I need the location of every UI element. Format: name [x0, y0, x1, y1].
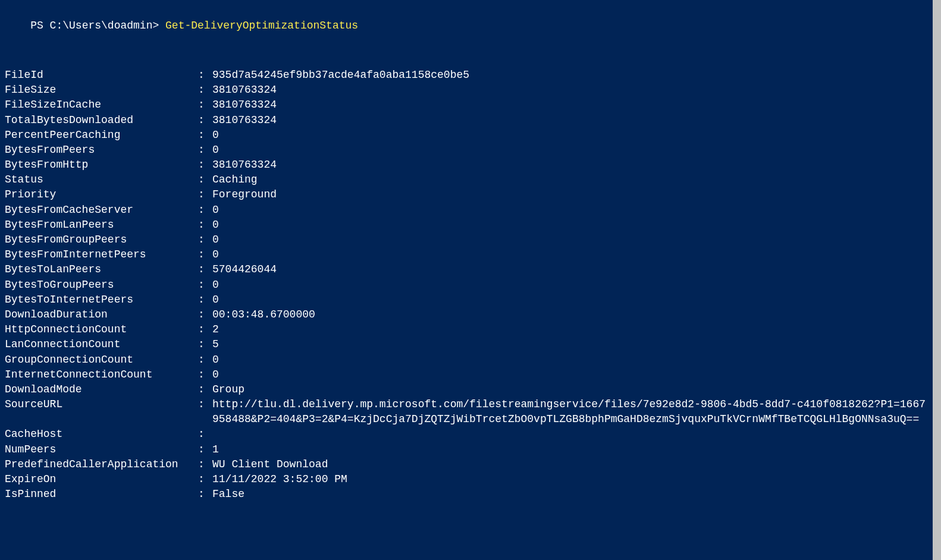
- result-value: 5: [212, 337, 926, 352]
- result-row: BytesFromGroupPeers: 0: [5, 232, 926, 247]
- result-separator: :: [198, 218, 212, 232]
- result-separator: :: [198, 457, 212, 472]
- result-value: 2: [212, 322, 926, 337]
- result-key: PredefinedCallerApplication: [5, 457, 198, 472]
- result-separator: :: [198, 68, 212, 83]
- result-key: FileSizeInCache: [5, 97, 198, 112]
- result-value: Group: [212, 382, 926, 397]
- result-separator: :: [198, 97, 212, 112]
- result-value: 0: [212, 128, 926, 143]
- result-value: Caching: [212, 172, 926, 187]
- result-separator: :: [198, 278, 212, 292]
- result-separator: :: [198, 143, 212, 158]
- result-row: FileId: 935d7a54245ef9bb37acde4afa0aba11…: [5, 68, 926, 83]
- result-value: 3810763324: [212, 158, 926, 172]
- result-value: 0: [212, 247, 926, 262]
- result-value: Foreground: [212, 187, 926, 202]
- result-key: LanConnectionCount: [5, 337, 198, 352]
- result-key: DownloadDuration: [5, 307, 198, 322]
- result-value: 3810763324: [212, 97, 926, 112]
- result-value: 0: [212, 232, 926, 247]
- result-key: BytesToGroupPeers: [5, 278, 198, 292]
- result-key: IsPinned: [5, 487, 198, 502]
- result-separator: :: [198, 172, 212, 187]
- result-separator: :: [198, 262, 212, 277]
- result-row: BytesFromHttp: 3810763324: [5, 158, 926, 172]
- result-value: WU Client Download: [212, 457, 926, 472]
- result-separator: :: [198, 128, 212, 143]
- result-row: BytesToLanPeers: 5704426044: [5, 262, 926, 277]
- result-value: 0: [212, 218, 926, 232]
- result-separator: :: [198, 203, 212, 218]
- result-key: BytesFromLanPeers: [5, 218, 198, 232]
- result-value: 11/11/2022 3:52:00 PM: [212, 472, 926, 487]
- result-row: BytesFromLanPeers: 0: [5, 218, 926, 232]
- result-separator: :: [198, 367, 212, 382]
- result-key: BytesFromCacheServer: [5, 203, 198, 218]
- result-key: Status: [5, 172, 198, 187]
- result-separator: :: [198, 442, 212, 457]
- result-separator: :: [198, 427, 212, 442]
- result-separator: :: [198, 247, 212, 262]
- result-value: 0: [212, 292, 926, 307]
- prompt-line: PS C:\Users\doadmin> Get-DeliveryOptimiz…: [5, 4, 926, 49]
- result-separator: :: [198, 487, 212, 502]
- result-row: FileSize: 3810763324: [5, 83, 926, 97]
- result-key: BytesToInternetPeers: [5, 292, 198, 307]
- result-row: ExpireOn: 11/11/2022 3:52:00 PM: [5, 472, 926, 487]
- result-value: 1: [212, 442, 926, 457]
- result-value: 0: [212, 203, 926, 218]
- result-separator: :: [198, 292, 212, 307]
- result-row: BytesFromPeers: 0: [5, 143, 926, 158]
- result-value: 3810763324: [212, 113, 926, 128]
- result-separator: :: [198, 187, 212, 202]
- result-row: BytesFromInternetPeers: 0: [5, 247, 926, 262]
- result-separator: :: [198, 322, 212, 337]
- result-row: Priority: Foreground: [5, 187, 926, 202]
- result-key: BytesToLanPeers: [5, 262, 198, 277]
- result-row: DownloadDuration: 00:03:48.6700000: [5, 307, 926, 322]
- result-key: InternetConnectionCount: [5, 367, 198, 382]
- result-separator: :: [198, 232, 212, 247]
- prompt-prefix: PS C:\Users\doadmin>: [30, 20, 165, 32]
- result-key: GroupConnectionCount: [5, 353, 198, 367]
- result-value: 5704426044: [212, 262, 926, 277]
- result-row: BytesFromCacheServer: 0: [5, 203, 926, 218]
- result-row: NumPeers: 1: [5, 442, 926, 457]
- result-row: FileSizeInCache: 3810763324: [5, 97, 926, 112]
- result-key: Priority: [5, 187, 198, 202]
- result-row: GroupConnectionCount: 0: [5, 353, 926, 367]
- result-row: IsPinned: False: [5, 487, 926, 502]
- terminal-output: PS C:\Users\doadmin> Get-DeliveryOptimiz…: [5, 4, 936, 502]
- result-value: 0: [212, 353, 926, 367]
- result-key: BytesFromGroupPeers: [5, 232, 198, 247]
- result-list: FileId: 935d7a54245ef9bb37acde4afa0aba11…: [5, 68, 926, 502]
- result-value: 0: [212, 143, 926, 158]
- result-key: TotalBytesDownloaded: [5, 113, 198, 128]
- result-value: 935d7a54245ef9bb37acde4afa0aba1158ce0be5: [212, 68, 926, 83]
- result-row: DownloadMode: Group: [5, 382, 926, 397]
- result-value: http://tlu.dl.delivery.mp.microsoft.com/…: [212, 397, 926, 427]
- result-value: 00:03:48.6700000: [212, 307, 926, 322]
- result-separator: :: [198, 113, 212, 128]
- result-separator: :: [198, 337, 212, 352]
- result-row: SourceURL: http://tlu.dl.delivery.mp.mic…: [5, 397, 926, 427]
- result-value: False: [212, 487, 926, 502]
- result-row: BytesToInternetPeers: 0: [5, 292, 926, 307]
- result-row: PredefinedCallerApplication: WU Client D…: [5, 457, 926, 472]
- vertical-scrollbar[interactable]: [933, 0, 941, 560]
- result-key: BytesFromInternetPeers: [5, 247, 198, 262]
- result-key: BytesFromPeers: [5, 143, 198, 158]
- result-value: 0: [212, 367, 926, 382]
- result-separator: :: [198, 158, 212, 172]
- result-row: HttpConnectionCount: 2: [5, 322, 926, 337]
- result-separator: :: [198, 382, 212, 397]
- result-row: BytesToGroupPeers: 0: [5, 278, 926, 292]
- result-key: HttpConnectionCount: [5, 322, 198, 337]
- result-separator: :: [198, 307, 212, 322]
- result-key: FileSize: [5, 83, 198, 97]
- result-separator: :: [198, 353, 212, 367]
- result-key: PercentPeerCaching: [5, 128, 198, 143]
- result-row: CacheHost:: [5, 427, 926, 442]
- result-row: PercentPeerCaching: 0: [5, 128, 926, 143]
